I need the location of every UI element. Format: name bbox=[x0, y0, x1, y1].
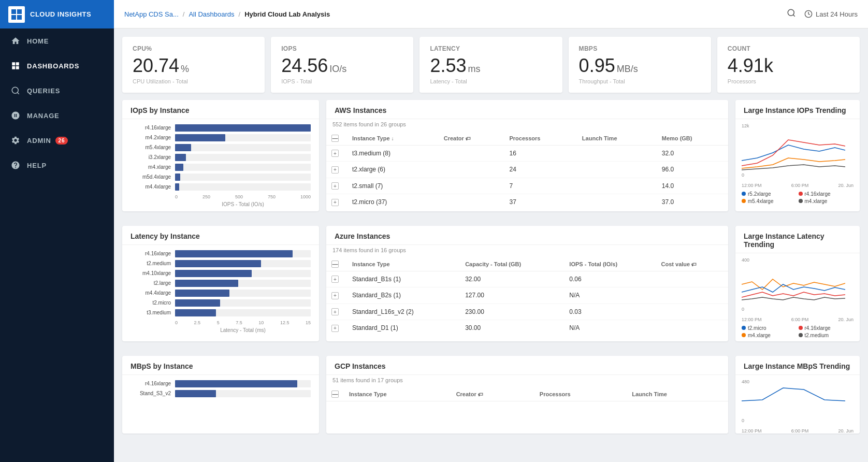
nav-label-queries: QUERIES bbox=[27, 87, 60, 95]
svg-rect-2 bbox=[11, 15, 16, 20]
sidebar-item-manage[interactable]: MANAGE bbox=[0, 103, 114, 128]
header: NetApp CDS Sa... / All Dashboards / Hybr… bbox=[114, 0, 868, 28]
expand-btn[interactable]: + bbox=[331, 150, 339, 157]
manage-icon bbox=[10, 110, 21, 121]
aws-instances-title: AWS Instances bbox=[326, 100, 728, 119]
dashboard-grid: IOpS by Instance r4.16xlarge m4.2xlarge … bbox=[122, 100, 860, 434]
aws-table: — Instance Type ↓ Creator 🏷 Processors L… bbox=[326, 132, 728, 210]
expand-btn[interactable]: + bbox=[331, 199, 339, 206]
latency-trend-svg bbox=[742, 264, 845, 305]
azure-table-expand-all[interactable]: — bbox=[331, 261, 339, 268]
metric-mbps: MBpS 0.95MB/s Throughput - Total bbox=[569, 37, 711, 93]
iops-bar-row: m5d.4xlarge bbox=[131, 174, 311, 181]
gcp-table-expand-all[interactable]: — bbox=[331, 391, 339, 398]
svg-rect-0 bbox=[11, 9, 16, 14]
svg-point-5 bbox=[788, 9, 794, 16]
iops-by-instance-panel: IOpS by Instance r4.16xlarge m4.2xlarge … bbox=[122, 100, 319, 211]
large-iops-trend-title: Large Instance IOPs Trending bbox=[735, 100, 860, 119]
aws-col-processors: Processors bbox=[504, 132, 576, 146]
metric-count-label: Count bbox=[728, 45, 849, 52]
metric-count: Count 4.91k Processors bbox=[717, 37, 860, 93]
sidebar-item-admin[interactable]: ADMIN 26 bbox=[0, 128, 114, 153]
mbps-bar-chart: r4.16xlarge Stand_S3_v2 bbox=[122, 375, 319, 404]
latency-bar-chart: r4.16xlarge t2.medium m4.10xlarge t2.lar… bbox=[122, 245, 319, 337]
aws-col-memory: Memo (GB) bbox=[657, 132, 728, 146]
queries-icon bbox=[10, 85, 21, 96]
metric-iops-sublabel: IOPS - Total bbox=[281, 78, 403, 84]
aws-table-row: + t2.xlarge (6) 24 96.0 bbox=[326, 162, 728, 178]
svg-rect-1 bbox=[17, 9, 22, 14]
logo-box bbox=[8, 6, 25, 23]
latency-bar-row: t2.large bbox=[131, 280, 311, 287]
gcp-col-launch: Launch Time bbox=[627, 387, 728, 401]
metric-iops: IOPs 24.56IO/s IOPS - Total bbox=[271, 37, 413, 93]
search-button[interactable] bbox=[787, 8, 796, 20]
metric-latency-sublabel: Latency - Total bbox=[430, 78, 552, 84]
mbps-trend-chart: 480 0 bbox=[735, 375, 860, 428]
iops-trend-chart: 12k 0 bbox=[735, 119, 860, 183]
mbps-trend-x-labels: 12:00 PM 6:00 PM 20. Jun bbox=[735, 428, 860, 434]
main-content: NetApp CDS Sa... / All Dashboards / Hybr… bbox=[114, 0, 868, 462]
gcp-instances-title: GCP Instances bbox=[326, 356, 728, 375]
azure-col-iops: IOPS - Total (IO/s) bbox=[564, 257, 656, 271]
metrics-row: CPU% 20.74% CPU Utilization - Total IOPs… bbox=[122, 37, 860, 93]
latency-xlabel: Latency - Total (ms) bbox=[131, 327, 311, 333]
expand-btn[interactable]: + bbox=[331, 166, 339, 174]
aws-instances-panel: AWS Instances 552 items found in 26 grou… bbox=[326, 100, 728, 211]
azure-instances-panel: Azure Instances 174 items found in 16 gr… bbox=[326, 226, 728, 341]
app-logo: CLOUD INSIGHTS bbox=[0, 0, 114, 28]
latency-bar-row: m4.10xlarge bbox=[131, 270, 311, 277]
metric-cpu-value: 20.74% bbox=[133, 55, 254, 76]
breadcrumb-middle[interactable]: All Dashboards bbox=[189, 10, 234, 18]
metric-iops-value: 24.56IO/s bbox=[281, 55, 403, 76]
latency-bar-row: t2.micro bbox=[131, 299, 311, 307]
large-latency-trend-panel: Large Instance Latency Trending 400 0 12… bbox=[735, 226, 860, 341]
azure-table-row: + Standard_D1 (1) 30.00 N/A bbox=[326, 320, 728, 336]
large-mbps-trend-panel: Large Instance MBpS Trending 480 0 12:00… bbox=[735, 356, 860, 434]
breadcrumb-root[interactable]: NetApp CDS Sa... bbox=[124, 10, 179, 18]
latency-bar-row: t3.medium bbox=[131, 309, 311, 316]
iops-trend-svg bbox=[742, 129, 845, 171]
time-range-selector[interactable]: Last 24 Hours bbox=[804, 10, 858, 18]
aws-table-expand-all[interactable]: — bbox=[331, 135, 339, 142]
iops-trend-legend: r5.2xlarge r4.16xlarge m5.4xlarge m4.xla… bbox=[735, 188, 860, 207]
gcp-col-processors: Processors bbox=[534, 387, 627, 401]
expand-btn[interactable]: + bbox=[331, 292, 339, 299]
iops-bar-row: m4.4xlarge bbox=[131, 183, 311, 191]
latency-by-instance-title: Latency by Instance bbox=[122, 226, 319, 245]
latency-bar-row: t2.medium bbox=[131, 260, 311, 267]
gcp-col-creator: Creator 🏷 bbox=[451, 387, 534, 401]
aws-table-row: + t3.medium (8) 16 32.0 bbox=[326, 145, 728, 162]
azure-summary: 174 items found in 16 groups bbox=[326, 245, 728, 257]
sidebar: CLOUD INSIGHTS HOME DASHBOARDS QUERIES M… bbox=[0, 0, 114, 462]
expand-btn[interactable]: + bbox=[331, 276, 339, 283]
iops-bar-row: m5.4xlarge bbox=[131, 144, 311, 151]
latency-bar-row: r4.16xlarge bbox=[131, 250, 311, 257]
breadcrumb: NetApp CDS Sa... / All Dashboards / Hybr… bbox=[124, 10, 330, 18]
sidebar-item-home[interactable]: HOME bbox=[0, 28, 114, 53]
mbps-by-instance-title: MBpS by Instance bbox=[122, 356, 319, 375]
svg-point-4 bbox=[12, 87, 18, 93]
home-icon bbox=[10, 36, 21, 46]
sidebar-item-queries[interactable]: QUERIES bbox=[0, 78, 114, 103]
large-mbps-trend-title: Large Instance MBpS Trending bbox=[735, 356, 860, 375]
metric-count-value: 4.91k bbox=[728, 55, 849, 76]
nav-label-home: HOME bbox=[27, 37, 49, 45]
expand-btn[interactable]: + bbox=[331, 182, 339, 190]
iops-bar-row: i3.2xlarge bbox=[131, 154, 311, 161]
azure-table-row: + Standard_B1s (1) 32.00 0.06 bbox=[326, 271, 728, 287]
nav-label-help: HELP bbox=[27, 162, 47, 169]
iops-by-instance-title: IOpS by Instance bbox=[122, 100, 319, 119]
svg-rect-3 bbox=[17, 15, 22, 20]
app-title: CLOUD INSIGHTS bbox=[30, 10, 91, 19]
expand-btn[interactable]: + bbox=[331, 325, 339, 332]
breadcrumb-current: Hybrid Cloud Lab Analysis bbox=[244, 10, 330, 18]
metric-cpu: CPU% 20.74% CPU Utilization - Total bbox=[122, 37, 265, 93]
azure-col-cost: Cost value 🏷 bbox=[656, 257, 728, 271]
metric-cpu-label: CPU% bbox=[133, 45, 254, 52]
sidebar-item-dashboards[interactable]: DASHBOARDS bbox=[0, 53, 114, 78]
expand-btn[interactable]: + bbox=[331, 308, 339, 315]
iops-trend-x-labels: 12:00 PM 6:00 PM 20. Jun bbox=[735, 183, 860, 188]
aws-col-launch: Launch Time bbox=[577, 132, 657, 146]
sidebar-item-help[interactable]: HELP bbox=[0, 153, 114, 178]
